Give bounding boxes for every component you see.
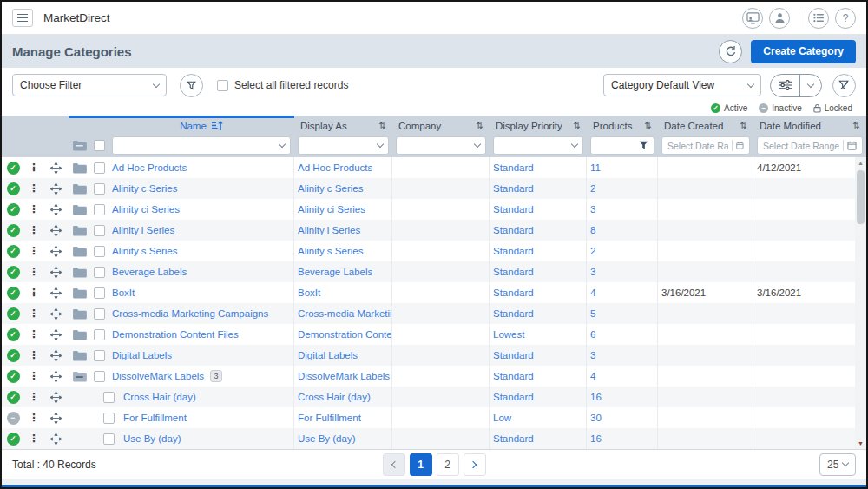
clear-filter-icon[interactable] <box>832 74 856 97</box>
category-name-link[interactable]: For Fulfillment <box>123 413 187 423</box>
priority-link[interactable]: Standard <box>493 371 534 381</box>
priority-link[interactable]: Standard <box>493 350 534 360</box>
row-folder[interactable] <box>69 157 90 178</box>
drag-handle[interactable] <box>43 157 69 178</box>
page-button-1[interactable]: 1 <box>410 453 432 476</box>
sort-icon[interactable]: ⇅ <box>645 121 652 130</box>
drag-handle[interactable] <box>43 407 69 428</box>
priority-link[interactable]: Standard <box>493 225 534 235</box>
next-page-button[interactable] <box>464 453 486 476</box>
category-name-link[interactable]: Alinity s Series <box>112 246 177 256</box>
products-link[interactable]: 8 <box>590 225 595 235</box>
row-menu-button[interactable]: ⋮ <box>24 345 43 366</box>
products-link[interactable]: 3 <box>590 350 595 360</box>
row-folder[interactable] <box>69 241 90 261</box>
products-link[interactable]: 30 <box>590 413 602 423</box>
display-as-link[interactable]: Demonstration Conte... <box>298 329 392 340</box>
display-as-link[interactable]: Alinity ci Series <box>298 204 365 215</box>
drag-handle[interactable] <box>43 366 69 387</box>
priority-link[interactable]: Standard <box>493 308 534 319</box>
products-link[interactable]: 4 <box>590 287 595 298</box>
row-checkbox[interactable] <box>94 287 105 299</box>
row-checkbox[interactable] <box>94 371 105 382</box>
row-folder[interactable] <box>69 220 90 241</box>
scroll-down-icon[interactable]: ▼ <box>858 438 864 449</box>
scroll-up-icon[interactable]: ▲ <box>858 157 864 169</box>
row-checkbox[interactable] <box>94 329 105 340</box>
row-folder[interactable] <box>69 303 90 324</box>
column-header-display-as[interactable]: Display As⇅ <box>294 121 392 131</box>
category-name-link[interactable]: Alinity c Series <box>112 183 177 194</box>
row-folder[interactable] <box>69 178 90 199</box>
view-select[interactable]: Category Default View <box>603 74 761 96</box>
column-header-date-created[interactable]: Date Created⇅ <box>658 121 753 131</box>
row-menu-button[interactable]: ⋮ <box>24 261 43 282</box>
products-link[interactable]: 3 <box>590 267 595 277</box>
priority-link[interactable]: Lowest <box>493 329 524 340</box>
row-folder[interactable] <box>69 407 90 428</box>
row-folder[interactable] <box>69 199 90 220</box>
refresh-icon[interactable] <box>719 40 742 63</box>
display-as-link[interactable]: Use By (day) <box>298 433 355 444</box>
row-menu-button[interactable]: ⋮ <box>24 220 43 241</box>
create-category-button[interactable]: Create Category <box>751 40 856 63</box>
row-folder[interactable] <box>69 324 90 345</box>
expand-all-folder-icon[interactable] <box>69 140 90 151</box>
row-menu-button[interactable]: ⋮ <box>24 324 43 345</box>
display-as-link[interactable]: Alinity i Series <box>298 225 360 235</box>
sort-icon[interactable]: ⇅ <box>477 121 483 130</box>
products-link[interactable]: 4 <box>590 371 595 381</box>
row-checkbox[interactable] <box>94 225 105 236</box>
drag-handle[interactable] <box>43 345 69 366</box>
display-priority-filter-select[interactable] <box>493 136 583 155</box>
column-header-display-priority[interactable]: Display Priority⇅ <box>490 121 587 131</box>
drag-handle[interactable] <box>43 220 69 241</box>
name-filter-select[interactable] <box>112 136 291 155</box>
sort-icon[interactable]: ⇅ <box>379 121 386 130</box>
category-name-link[interactable]: Use By (day) <box>123 433 181 444</box>
products-filter-input[interactable] <box>590 136 654 155</box>
category-name-link[interactable]: DissolveMark Labels <box>112 371 204 381</box>
priority-link[interactable]: Standard <box>493 287 534 298</box>
vertical-scrollbar[interactable]: ▲ ▼ <box>855 157 866 449</box>
display-as-link[interactable]: For Fulfillment <box>298 413 361 423</box>
products-link[interactable]: 11 <box>590 162 601 173</box>
category-name-link[interactable]: Alinity i Series <box>112 225 174 235</box>
row-folder[interactable] <box>69 428 90 449</box>
priority-link[interactable]: Standard <box>493 162 534 173</box>
row-checkbox[interactable] <box>94 183 105 195</box>
category-name-link[interactable]: Digital Labels <box>112 350 172 360</box>
row-checkbox[interactable] <box>94 267 105 278</box>
row-menu-button[interactable]: ⋮ <box>24 178 43 199</box>
row-checkbox[interactable] <box>94 308 105 320</box>
row-menu-button[interactable]: ⋮ <box>24 303 43 324</box>
help-icon[interactable]: ? <box>835 8 856 29</box>
products-link[interactable]: 16 <box>590 392 602 402</box>
row-checkbox[interactable] <box>94 350 105 361</box>
priority-link[interactable]: Standard <box>493 183 534 194</box>
products-link[interactable]: 5 <box>590 308 595 319</box>
row-menu-button[interactable]: ⋮ <box>24 407 43 428</box>
display-as-link[interactable]: Digital Labels <box>298 350 358 360</box>
row-checkbox[interactable] <box>103 392 115 403</box>
row-folder[interactable] <box>69 345 90 366</box>
view-settings-icon[interactable] <box>771 75 799 96</box>
category-name-link[interactable]: Demonstration Content Files <box>112 329 239 340</box>
hamburger-menu-icon[interactable] <box>12 9 33 27</box>
row-checkbox[interactable] <box>94 204 105 215</box>
display-as-link[interactable]: Ad Hoc Products <box>298 162 372 173</box>
column-header-date-modified[interactable]: Date Modified⇅ <box>753 121 866 131</box>
priority-link[interactable]: Standard <box>493 433 534 444</box>
display-as-filter-select[interactable] <box>298 136 389 155</box>
row-menu-button[interactable]: ⋮ <box>24 157 43 178</box>
priority-link[interactable]: Standard <box>493 204 534 215</box>
display-as-link[interactable]: Cross Hair (day) <box>298 392 371 402</box>
display-as-link[interactable]: Beverage Labels <box>298 267 372 277</box>
prev-page-button[interactable] <box>383 453 405 476</box>
row-checkbox[interactable] <box>103 433 115 445</box>
category-name-link[interactable]: Alinity ci Series <box>112 204 180 215</box>
row-menu-button[interactable]: ⋮ <box>24 366 43 387</box>
screen-share-icon[interactable] <box>742 8 763 29</box>
row-menu-button[interactable]: ⋮ <box>24 241 43 261</box>
priority-link[interactable]: Standard <box>493 267 534 277</box>
